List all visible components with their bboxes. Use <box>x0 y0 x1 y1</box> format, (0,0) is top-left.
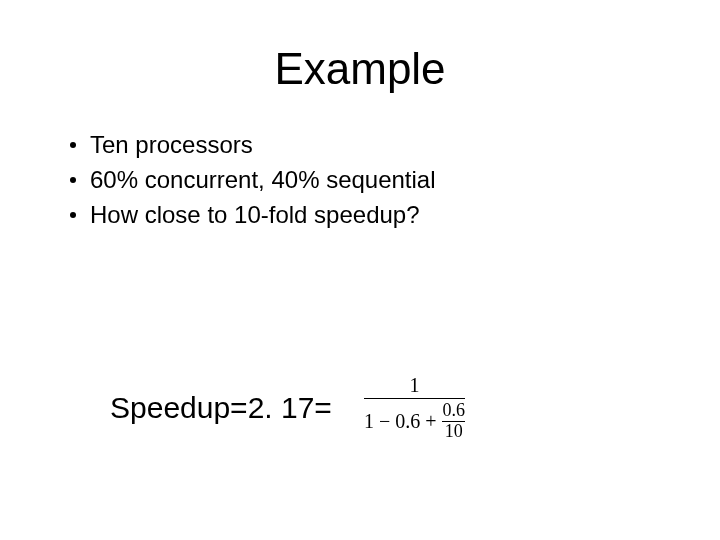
speedup-label: Speedup=2. 17= <box>110 391 332 425</box>
bullet-text: Ten processors <box>90 128 253 163</box>
denom-left: 1 − 0.6 + <box>364 410 437 432</box>
fraction-numerator: 1 <box>405 374 423 398</box>
speedup-equation: Speedup=2. 17= 1 1 − 0.6 + 0.6 10 <box>110 374 465 442</box>
inner-denominator: 10 <box>445 422 463 442</box>
list-item: Ten processors <box>70 128 720 163</box>
fraction-denominator: 1 − 0.6 + 0.6 10 <box>364 399 465 442</box>
bullet-text: 60% concurrent, 40% sequential <box>90 163 436 198</box>
bullet-icon <box>70 142 76 148</box>
list-item: How close to 10-fold speedup? <box>70 198 720 233</box>
fraction: 1 1 − 0.6 + 0.6 10 <box>364 374 465 442</box>
slide-title: Example <box>0 44 720 94</box>
bullet-text: How close to 10-fold speedup? <box>90 198 420 233</box>
list-item: 60% concurrent, 40% sequential <box>70 163 720 198</box>
inner-numerator: 0.6 <box>442 401 465 421</box>
bullet-list: Ten processors 60% concurrent, 40% seque… <box>70 128 720 232</box>
bullet-icon <box>70 212 76 218</box>
slide: Example Ten processors 60% concurrent, 4… <box>0 44 720 540</box>
bullet-icon <box>70 177 76 183</box>
inner-fraction: 0.6 10 <box>442 401 465 442</box>
